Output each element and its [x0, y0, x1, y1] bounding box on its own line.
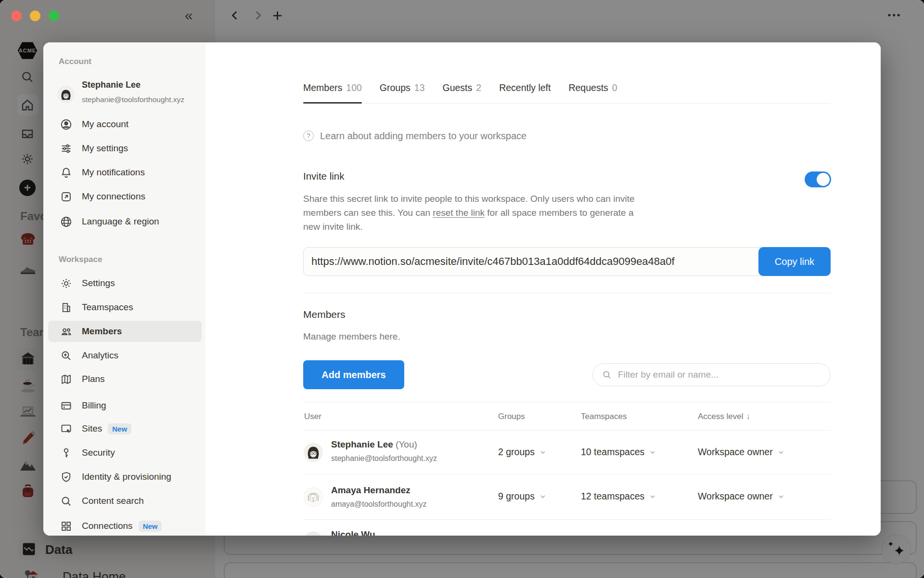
- nav-item-label: Teamspaces: [82, 302, 133, 313]
- avatar: [304, 488, 322, 506]
- members-tabs: Members100 Groups13 Guests2 Recently lef…: [303, 72, 831, 104]
- tab-recently-left[interactable]: Recently left: [499, 72, 551, 103]
- nav-item-plans[interactable]: Plans: [48, 368, 202, 390]
- groups-dropdown[interactable]: 2 groups: [498, 447, 546, 458]
- settings-content: Members100 Groups13 Guests2 Recently lef…: [205, 42, 881, 536]
- teamspaces-dropdown[interactable]: 12 teamspaces: [581, 491, 656, 502]
- nav-item-identity-provisioning[interactable]: Identity & provisioning: [48, 466, 202, 487]
- settings-dialog: Account Stephanie Lee stephanie@toolsfor…: [43, 42, 881, 536]
- nav-item-analytics[interactable]: Analytics: [48, 345, 202, 366]
- map-icon: [59, 372, 74, 387]
- workspace-section-label: Workspace: [59, 255, 102, 264]
- tab-groups[interactable]: Groups13: [380, 72, 425, 103]
- invite-desc-line2: members can see this. You can reset the …: [303, 206, 736, 220]
- close-window-icon[interactable]: [11, 11, 22, 21]
- tab-guests[interactable]: Guests2: [442, 72, 481, 103]
- nav-item-label: My settings: [82, 143, 128, 154]
- nav-item-my-connections[interactable]: My connections: [48, 186, 202, 207]
- tab-count: 13: [414, 82, 425, 93]
- invite-link-toggle[interactable]: [805, 171, 831, 187]
- copy-link-button[interactable]: Copy link: [758, 247, 831, 276]
- member-name: Stephanie Lee (You): [331, 439, 417, 450]
- learn-link[interactable]: ? Learn about adding members to your wor…: [303, 129, 526, 143]
- members-table-header: User Groups Teamspaces Access level↓: [303, 402, 831, 431]
- avatar[interactable]: [58, 87, 74, 102]
- tab-label: Guests: [442, 82, 472, 93]
- grid-icon: [59, 519, 74, 534]
- teamspaces-dropdown[interactable]: 10 teamspaces: [581, 447, 656, 458]
- tab-members[interactable]: Members100: [303, 72, 362, 103]
- person-circle-icon: [59, 117, 74, 132]
- tab-label: Requests: [568, 82, 608, 93]
- member-row: Stephanie Lee (You) stephanie@toolsforth…: [303, 431, 831, 474]
- nav-item-language-region[interactable]: Language & region: [48, 211, 202, 232]
- member-name: Nicole Wu: [331, 529, 375, 536]
- member-email: amaya@toolsforthought.xyz: [331, 500, 427, 509]
- nav-item-teamspaces[interactable]: Teamspaces: [48, 297, 202, 318]
- col-user: User: [304, 412, 321, 421]
- nav-item-label: My account: [82, 119, 128, 130]
- shield-check-icon: [59, 470, 74, 485]
- member-row: Amaya Hernandez amaya@toolsforthought.xy…: [303, 474, 831, 520]
- tab-count: 100: [346, 82, 362, 93]
- tab-label: Members: [303, 82, 342, 93]
- tab-count: 0: [612, 82, 617, 93]
- nav-item-my-notifications[interactable]: My notifications: [48, 162, 202, 183]
- nav-item-label: My connections: [82, 191, 145, 202]
- nav-item-settings[interactable]: Settings: [48, 273, 202, 294]
- zoom-window-icon[interactable]: [49, 11, 59, 21]
- building-icon: [59, 300, 74, 315]
- nav-item-content-search[interactable]: Content search: [48, 490, 202, 512]
- arrow-up-right-square-icon: [59, 189, 74, 204]
- groups-dropdown[interactable]: 9 groups: [498, 491, 546, 502]
- chevron-down-icon: [778, 449, 784, 456]
- chevron-down-icon: [539, 449, 546, 456]
- col-access-level[interactable]: Access level↓: [698, 412, 750, 421]
- chevron-down-icon: [778, 493, 784, 500]
- avatar: [304, 532, 322, 536]
- profile-email: stephanie@toolsforthought.xyz: [82, 95, 184, 104]
- nav-item-sites[interactable]: Sites New: [48, 418, 202, 439]
- member-row: Nicole Wu: [303, 520, 831, 536]
- nav-item-label: Members: [82, 326, 122, 337]
- settings-nav: Account Stephanie Lee stephanie@toolsfor…: [43, 42, 205, 536]
- section-divider: [303, 293, 831, 293]
- nav-item-billing[interactable]: Billing: [48, 395, 202, 416]
- chevron-down-icon: [539, 493, 546, 500]
- access-level-dropdown[interactable]: Workspace owner: [698, 491, 784, 502]
- account-section-label: Account: [59, 57, 91, 66]
- nav-item-label: Sites: [82, 423, 102, 434]
- gear-icon: [59, 276, 74, 291]
- chevron-down-icon: [649, 449, 656, 456]
- bell-icon: [59, 165, 74, 180]
- members-section-subtitle: Manage members here.: [303, 331, 400, 342]
- nav-item-my-settings[interactable]: My settings: [48, 138, 202, 159]
- nav-item-members[interactable]: Members: [48, 321, 202, 342]
- help-icon: ?: [303, 131, 314, 141]
- member-email: stephanie@toolsforthought.xyz: [331, 454, 437, 463]
- nav-item-my-account[interactable]: My account: [48, 114, 202, 135]
- invite-url-field[interactable]: https://www.notion.so/acmesite/invite/c4…: [303, 247, 831, 276]
- globe-icon: [59, 214, 74, 229]
- nav-item-connections[interactable]: Connections New: [48, 515, 202, 536]
- member-name: Amaya Hernandez: [331, 485, 411, 496]
- members-section-title: Members: [303, 309, 346, 320]
- nav-item-label: Settings: [82, 278, 115, 289]
- invite-desc-line1: Share this secret link to invite people …: [303, 192, 736, 206]
- minimize-window-icon[interactable]: [30, 11, 40, 21]
- nav-item-label: Billing: [82, 400, 106, 411]
- people-icon: [59, 324, 74, 339]
- chevron-down-icon: [649, 493, 656, 500]
- access-level-dropdown[interactable]: Workspace owner: [698, 447, 784, 458]
- magnifier-plus-icon: [59, 348, 74, 363]
- tab-label: Recently left: [499, 82, 551, 93]
- screen: ACME + Favorites: [0, 0, 924, 578]
- sort-desc-icon: ↓: [746, 412, 750, 421]
- add-members-button[interactable]: Add members: [303, 360, 404, 389]
- member-filter-input[interactable]: Filter by email or name...: [592, 363, 831, 386]
- invite-url-row: https://www.notion.so/acmesite/invite/c4…: [303, 247, 831, 276]
- key-icon: [59, 446, 74, 460]
- nav-item-security[interactable]: Security: [48, 442, 202, 463]
- tab-requests[interactable]: Requests0: [568, 72, 617, 103]
- reset-link[interactable]: reset the link: [433, 208, 485, 218]
